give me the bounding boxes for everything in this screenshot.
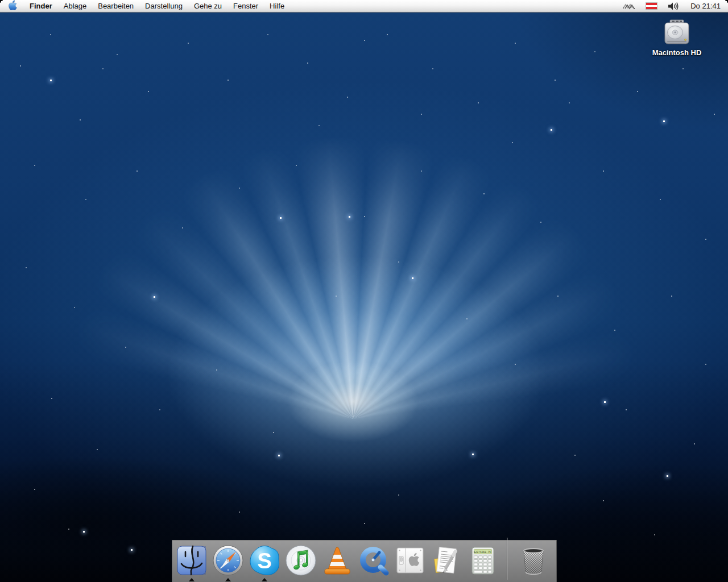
menu-item-ablage[interactable]: Ablage bbox=[58, 0, 92, 12]
menu-bar: Finder Ablage Bearbeiten Darstellung Geh… bbox=[0, 0, 728, 13]
calculator-display: 12374218.75 bbox=[474, 551, 491, 554]
dock-item-trash[interactable] bbox=[518, 544, 549, 576]
dock-item-textedit[interactable] bbox=[431, 544, 462, 576]
input-menu-flag-icon[interactable] bbox=[640, 0, 663, 12]
volume-icon[interactable] bbox=[663, 0, 685, 12]
menu-item-finder[interactable]: Finder bbox=[24, 0, 58, 12]
svg-text:S: S bbox=[257, 549, 271, 573]
safari-icon bbox=[212, 544, 244, 576]
apple-logo-icon bbox=[8, 0, 17, 12]
quicktime-icon bbox=[358, 544, 390, 576]
front-row-icon bbox=[394, 544, 426, 576]
dock-item-finder[interactable] bbox=[176, 544, 208, 576]
desktop-screen: Finder Ablage Bearbeiten Darstellung Geh… bbox=[0, 0, 728, 582]
calculator-icon: 12374218.75 bbox=[467, 544, 499, 576]
screen-corner-top-right bbox=[723, 0, 728, 5]
skype-icon: S bbox=[249, 544, 280, 576]
menu-item-darstellung[interactable]: Darstellung bbox=[139, 0, 188, 12]
desktop-icon-macintosh-hd[interactable]: Macintosh HD bbox=[652, 18, 702, 57]
hard-drive-icon bbox=[663, 18, 690, 47]
dock-item-safari[interactable] bbox=[212, 544, 244, 576]
desktop-icon-label: Macintosh HD bbox=[652, 48, 702, 57]
dock-item-calculator[interactable]: 12374218.75 bbox=[467, 544, 499, 576]
dock-item-itunes[interactable] bbox=[285, 544, 317, 576]
running-indicator bbox=[225, 578, 231, 581]
zigzag-menu-extra-icon[interactable] bbox=[618, 0, 640, 12]
desktop-wallpaper[interactable] bbox=[0, 0, 728, 582]
running-indicator bbox=[262, 578, 267, 581]
menu-item-hilfe[interactable]: Hilfe bbox=[264, 0, 290, 12]
dock-divider bbox=[507, 538, 507, 580]
trash-icon bbox=[518, 544, 549, 576]
dock-item-vlc[interactable] bbox=[321, 544, 353, 576]
itunes-icon bbox=[285, 544, 317, 576]
menu-clock[interactable]: Do 21:41 bbox=[685, 0, 728, 12]
screen-corner-top-left bbox=[0, 0, 5, 5]
dock-item-front-row[interactable] bbox=[394, 544, 426, 576]
menu-item-fenster[interactable]: Fenster bbox=[228, 0, 264, 12]
vlc-cone-icon bbox=[321, 544, 353, 576]
menu-item-gehe-zu[interactable]: Gehe zu bbox=[188, 0, 228, 12]
dock: S bbox=[172, 540, 557, 582]
running-indicator bbox=[189, 578, 195, 581]
textedit-icon bbox=[431, 544, 462, 576]
dock-item-quicktime[interactable] bbox=[358, 544, 390, 576]
menu-item-bearbeiten[interactable]: Bearbeiten bbox=[92, 0, 139, 12]
finder-icon bbox=[176, 544, 208, 576]
dock-item-skype[interactable]: S bbox=[249, 544, 280, 576]
